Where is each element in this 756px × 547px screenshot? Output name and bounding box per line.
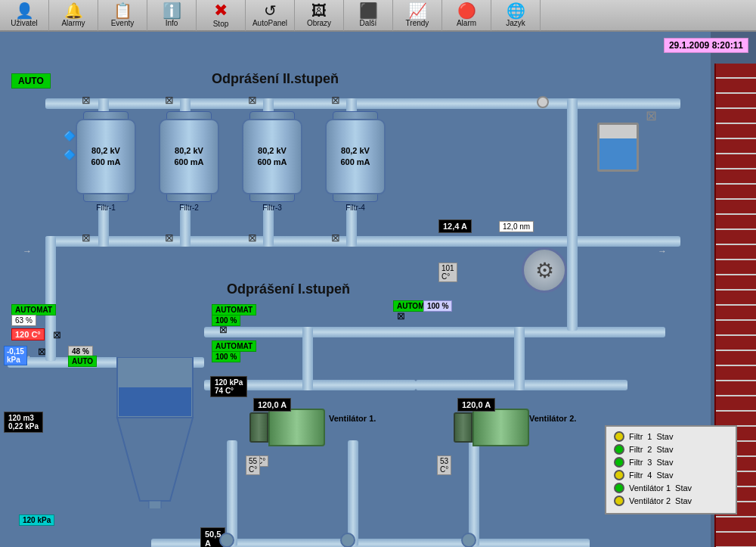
- valve-small-2[interactable]: ⊠: [38, 346, 46, 357]
- filter-unit-4[interactable]: 80,2 kV 600 mA Filtr-4: [325, 111, 386, 212]
- valve-left-1[interactable]: 🔷: [64, 130, 76, 141]
- automat-valve2[interactable]: AUTOMAT: [212, 340, 256, 352]
- pct-63-display: 63 %: [11, 315, 36, 326]
- valve-top-2[interactable]: ⊠: [165, 94, 174, 106]
- filter3-kv: 80,2 kV: [258, 145, 287, 157]
- automat-63-badge[interactable]: AUTOMAT: [11, 304, 56, 315]
- motor2-front: [454, 412, 472, 443]
- legend-circle-5: [614, 483, 624, 493]
- valve-bot-1[interactable]: ⊠: [82, 232, 91, 244]
- kpa-bottom-display: 120 kPa: [19, 514, 54, 526]
- pipe-bump-1: [219, 533, 234, 547]
- pipe-filter4-bot-v: [346, 206, 357, 247]
- legend-circle-1: [614, 431, 624, 442]
- valve-top-mid[interactable]: ⊠: [397, 310, 405, 322]
- filter3-ma: 600 mA: [257, 157, 287, 168]
- trends-icon: 📈: [408, 3, 427, 18]
- legend-circle-4: [614, 470, 624, 480]
- toolbar-label-autopanel: AutoPanel: [253, 19, 287, 27]
- filter-unit-2[interactable]: 80,2 kV 600 mA Filtr-2: [159, 111, 219, 212]
- filter1-ma: 600 mA: [91, 157, 120, 168]
- auto-small-badge[interactable]: AUTO: [68, 356, 97, 367]
- pressure-display: -0,15kPa: [4, 346, 27, 365]
- fan-unit[interactable]: ⚙: [522, 247, 575, 300]
- toolbar-btn-uzivatel[interactable]: 👤 Uživatel: [0, 0, 49, 31]
- valve-bot-4[interactable]: ⊠: [331, 232, 340, 244]
- legend-circle-3: [614, 457, 624, 468]
- automat-valve1-top[interactable]: AUTOMAT: [212, 304, 256, 315]
- valve-far-right[interactable]: ⊠: [646, 107, 657, 124]
- svg-rect-3: [149, 501, 161, 508]
- filter-unit-1[interactable]: 80,2 kV 600 mA Filtr-1: [76, 111, 136, 212]
- legend-status-4: Stav: [656, 471, 673, 480]
- filter4-name: Filtr-4: [345, 204, 365, 212]
- arrow-flow-1: →: [23, 246, 32, 256]
- filter4-ma: 600 mA: [340, 157, 370, 168]
- filter1-name: Filtr-1: [96, 204, 116, 212]
- pipe-filter2-bot-v: [180, 206, 191, 247]
- datetime-display: 29.1.2009 8:20:11: [664, 38, 748, 53]
- valve-top-4[interactable]: ⊠: [331, 94, 340, 106]
- fan-icon: ⚙: [535, 258, 554, 283]
- filter2-kv: 80,2 kV: [175, 145, 203, 157]
- toolbar-btn-autopanel[interactable]: ↺ AutoPanel: [246, 0, 295, 31]
- pipe-right-v: [567, 98, 578, 247]
- toolbar-btn-alarm[interactable]: 🔴 Alarm: [442, 0, 491, 31]
- toolbar-btn-jazyk[interactable]: 🌐 Jazyk: [491, 0, 541, 31]
- svg-marker-1: [117, 418, 193, 501]
- valve-small-icon[interactable]: ⊠: [53, 329, 61, 340]
- valve-circle-top[interactable]: [537, 96, 549, 108]
- filter3-name: Filtr-3: [262, 204, 282, 212]
- filter4-kv: 80,2 kV: [341, 145, 370, 157]
- user-icon: 👤: [15, 3, 34, 18]
- alarm-icon: 🔴: [457, 3, 476, 18]
- valve-stage1-1[interactable]: ⊠: [219, 324, 228, 335]
- kpa-74c-display: 120 kPa74 C°: [210, 376, 247, 397]
- temp-120c-display[interactable]: 120 C°: [11, 328, 45, 340]
- pipe-motor2-down-v: [469, 440, 479, 546]
- toolbar-label-eventy: Eventy: [111, 19, 135, 27]
- pipe-vent2-v: [514, 327, 525, 390]
- toolbar-btn-trendy[interactable]: 📈 Trendy: [393, 0, 442, 31]
- motor1-current: 120,0 A: [253, 398, 291, 412]
- motor-unit-1[interactable]: [249, 409, 325, 446]
- toolbar-btn-obrazy[interactable]: 🖼 Obrazy: [295, 0, 344, 31]
- toolbar-btn-stop[interactable]: ✖ Stop: [197, 0, 246, 31]
- motor1-front: [249, 412, 268, 443]
- motor1-temp-4: 55 C°: [246, 455, 260, 475]
- valve-bot-2[interactable]: ⊠: [165, 232, 174, 244]
- legend-circle-2: [614, 444, 624, 455]
- toolbar: 👤 Uživatel 🔔 Alarmy 📋 Eventy ℹ️ Info ✖ S…: [0, 0, 756, 32]
- legend-row-3: Filtr 3 Stav: [614, 457, 728, 468]
- pipe-mid-down-v: [348, 440, 358, 546]
- auto-badge[interactable]: AUTO: [11, 73, 51, 89]
- events-icon: 📋: [113, 3, 132, 18]
- valve-top-3[interactable]: ⊠: [248, 94, 257, 106]
- pipe-left-v: [45, 236, 56, 361]
- valve-top-1[interactable]: ⊠: [82, 94, 91, 106]
- toolbar-label-dalsi: Další: [360, 19, 377, 27]
- toolbar-label-jazyk: Jazyk: [506, 19, 525, 27]
- legend-status-6: Stav: [675, 496, 692, 505]
- volume-display: 120 m30,22 kPa: [4, 412, 43, 433]
- info-icon: ℹ️: [163, 3, 181, 18]
- legend-row-1: Filtr 1 Stav: [614, 431, 728, 442]
- water-tank-body: [597, 123, 639, 172]
- toolbar-label-stop: Stop: [213, 20, 229, 28]
- toolbar-btn-alarmy[interactable]: 🔔 Alarmy: [49, 0, 98, 31]
- main-process-view: Odprášení II.stupeň Odprášení I.stupeň 2…: [0, 32, 756, 547]
- legend-row-5: Ventilátor 1 Stav: [614, 483, 728, 493]
- valve-bot-3[interactable]: ⊠: [248, 232, 257, 244]
- legend-status-2: Stav: [656, 445, 673, 454]
- toolbar-label-obrazy: Obrazy: [307, 19, 331, 27]
- motor2-assembly: [454, 409, 529, 446]
- valve-left-2[interactable]: 🔷: [64, 149, 76, 160]
- toolbar-btn-info[interactable]: ℹ️ Info: [147, 0, 197, 31]
- toolbar-btn-eventy[interactable]: 📋 Eventy: [98, 0, 147, 31]
- legend-name-6: Ventilátor 2: [629, 496, 671, 505]
- toolbar-label-info: Info: [166, 19, 178, 27]
- motor1-body: [268, 409, 325, 446]
- toolbar-btn-dalsi[interactable]: ⬛ Další: [344, 0, 393, 31]
- motor-unit-2[interactable]: [454, 409, 529, 446]
- filter-unit-3[interactable]: 80,2 kV 600 mA Filtr-3: [242, 111, 302, 212]
